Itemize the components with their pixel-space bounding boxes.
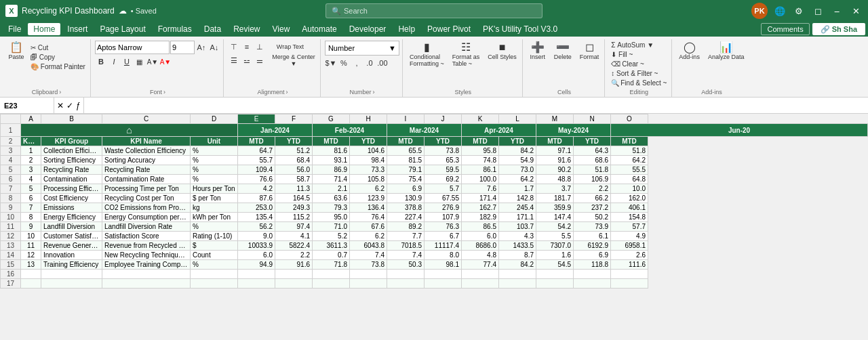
data-cell-r10-c11[interactable]: 171.1 — [499, 213, 536, 222]
data-cell-r9-c4[interactable]: 253.0 — [238, 203, 275, 213]
data-cell-r7-c6[interactable]: 2.1 — [313, 184, 350, 194]
menu-file[interactable]: File — [3, 23, 26, 35]
data-cell-r9-c3[interactable]: kg — [191, 203, 238, 213]
data-cell-r5-c12[interactable]: 90.2 — [536, 165, 574, 175]
data-cell-r10-c14[interactable]: 154.8 — [611, 213, 648, 222]
delete-button[interactable]: ➖ Delete — [551, 41, 574, 62]
avatar[interactable]: PK — [751, 3, 768, 19]
data-cell-r8-c11[interactable]: 142.8 — [499, 194, 536, 203]
col-header-h[interactable]: H — [350, 114, 387, 124]
minimize-icon[interactable]: ‒ — [830, 4, 844, 18]
data-cell-r14-c4[interactable]: 6.0 — [238, 251, 275, 260]
data-cell-r14-c1[interactable]: Innovation — [41, 251, 102, 260]
data-cell-r17-c2[interactable] — [102, 279, 191, 289]
data-cell-r9-c1[interactable]: Emissions — [41, 203, 102, 213]
data-cell-r5-c11[interactable]: 73.0 — [499, 165, 536, 175]
data-cell-r16-c6[interactable] — [313, 270, 350, 279]
data-cell-r7-c8[interactable]: 6.9 — [387, 184, 425, 194]
analyze-data-button[interactable]: 📊 Analyze Data — [705, 41, 747, 62]
data-cell-r14-c6[interactable]: 0.7 — [313, 251, 350, 260]
data-cell-r14-c14[interactable]: 2.6 — [611, 251, 648, 260]
data-cell-r7-c13[interactable]: 2.2 — [574, 184, 611, 194]
data-cell-r6-c5[interactable]: 58.7 — [275, 175, 313, 184]
data-cell-r12-c9[interactable]: 6.7 — [425, 232, 462, 241]
data-cell-r15-c13[interactable]: 118.8 — [574, 260, 611, 270]
menu-review[interactable]: Review — [228, 23, 265, 35]
data-cell-r17-c14[interactable] — [611, 279, 648, 289]
data-cell-r16-c13[interactable] — [574, 270, 611, 279]
autosum-button[interactable]: Σ AutoSum ▼ — [609, 41, 656, 49]
menu-view[interactable]: View — [267, 23, 296, 35]
data-cell-r12-c7[interactable]: 6.2 — [350, 232, 387, 241]
data-cell-r5-c5[interactable]: 56.0 — [275, 165, 313, 175]
align-top-button[interactable]: ⊤ — [228, 41, 240, 53]
conditional-formatting-button[interactable]: ▮ ConditionalFormatting ~ — [407, 41, 447, 68]
data-cell-r13-c10[interactable]: 8686.0 — [462, 241, 499, 251]
data-cell-r15-c3[interactable]: % — [191, 260, 238, 270]
table-row[interactable]: 1513Training EfficiencyEmployee Training… — [1, 260, 868, 270]
data-cell-r16-c14[interactable] — [611, 270, 648, 279]
data-cell-r8-c1[interactable]: Cost Efficiency — [41, 194, 102, 203]
col-header-d[interactable]: D — [191, 114, 238, 124]
restore-icon[interactable]: ◻ — [811, 4, 825, 18]
number-expand-icon[interactable]: › — [372, 89, 374, 95]
data-cell-r17-c11[interactable] — [499, 279, 536, 289]
data-cell-r15-c7[interactable]: 73.8 — [350, 260, 387, 270]
data-cell-r17-c3[interactable] — [191, 279, 238, 289]
data-cell-r15-c12[interactable]: 54.5 — [536, 260, 574, 270]
data-cell-r17-c0[interactable] — [21, 279, 41, 289]
data-cell-r10-c12[interactable]: 147.4 — [536, 213, 574, 222]
col-header-c[interactable]: C — [102, 114, 191, 124]
data-cell-r4-c4[interactable]: 55.7 — [238, 156, 275, 165]
data-cell-r11-c12[interactable]: 54.2 — [536, 222, 574, 232]
data-cell-r11-c11[interactable]: 103.7 — [499, 222, 536, 232]
data-cell-r4-c9[interactable]: 65.3 — [425, 156, 462, 165]
data-cell-r11-c14[interactable]: 57.7 — [611, 222, 648, 232]
data-cell-r13-c6[interactable]: 3611.3 — [313, 241, 350, 251]
data-cell-r3-c4[interactable]: 64.7 — [238, 146, 275, 156]
data-cell-r9-c7[interactable]: 136.4 — [350, 203, 387, 213]
menu-formulas[interactable]: Formulas — [153, 23, 197, 35]
data-cell-r4-c7[interactable]: 98.4 — [350, 156, 387, 165]
data-cell-r4-c0[interactable]: 2 — [21, 156, 41, 165]
data-cell-r9-c0[interactable]: 7 — [21, 203, 41, 213]
data-cell-r6-c10[interactable]: 100.0 — [462, 175, 499, 184]
data-cell-r16-c11[interactable] — [499, 270, 536, 279]
decrease-font-button[interactable]: A↓ — [208, 41, 220, 54]
data-cell-r3-c11[interactable]: 84.2 — [499, 146, 536, 156]
col-header-b[interactable]: B — [41, 114, 102, 124]
cancel-formula-icon[interactable]: ✕ — [57, 101, 64, 110]
data-cell-r13-c2[interactable]: Revenue from Recycled Materials — [102, 241, 191, 251]
data-cell-r6-c11[interactable]: 64.2 — [499, 175, 536, 184]
data-cell-r14-c5[interactable]: 2.2 — [275, 251, 313, 260]
align-middle-button[interactable]: ≡ — [241, 41, 253, 53]
data-cell-r4-c5[interactable]: 68.4 — [275, 156, 313, 165]
data-cell-r10-c13[interactable]: 50.2 — [574, 213, 611, 222]
data-cell-r13-c13[interactable]: 6192.9 — [574, 241, 611, 251]
data-cell-r3-c10[interactable]: 95.8 — [462, 146, 499, 156]
data-cell-r16-c7[interactable] — [350, 270, 387, 279]
table-row[interactable]: 17 — [1, 279, 868, 289]
data-cell-r14-c8[interactable]: 7.4 — [387, 251, 425, 260]
table-row[interactable]: 1311Revenue GenerationRevenue from Recyc… — [1, 241, 868, 251]
data-cell-r3-c9[interactable]: 73.8 — [425, 146, 462, 156]
data-cell-r13-c0[interactable]: 11 — [21, 241, 41, 251]
data-cell-r5-c0[interactable]: 3 — [21, 165, 41, 175]
data-cell-r7-c4[interactable]: 4.2 — [238, 184, 275, 194]
data-cell-r7-c0[interactable]: 5 — [21, 184, 41, 194]
data-cell-r7-c5[interactable]: 11.3 — [275, 184, 313, 194]
settings-icon[interactable]: ⚙ — [792, 4, 806, 18]
table-row[interactable]: 119Landfill DiversionLandfill Diversion … — [1, 222, 868, 232]
data-cell-r12-c1[interactable]: Customer Satisfaction — [41, 232, 102, 241]
data-cell-r14-c11[interactable]: 8.7 — [499, 251, 536, 260]
increase-font-button[interactable]: A↑ — [195, 41, 208, 54]
data-cell-r17-c10[interactable] — [462, 279, 499, 289]
underline-button[interactable]: U — [121, 56, 133, 68]
formula-input[interactable] — [84, 98, 868, 113]
data-cell-r5-c14[interactable]: 55.5 — [611, 165, 648, 175]
font-color-button[interactable]: A▼ — [159, 56, 172, 68]
wrap-text-button[interactable]: Wrap Text — [270, 41, 311, 53]
align-right-button[interactable]: ⚌ — [254, 54, 266, 66]
number-format-selector[interactable]: Number ▼ — [325, 41, 399, 56]
comma-button[interactable]: , — [351, 57, 363, 69]
